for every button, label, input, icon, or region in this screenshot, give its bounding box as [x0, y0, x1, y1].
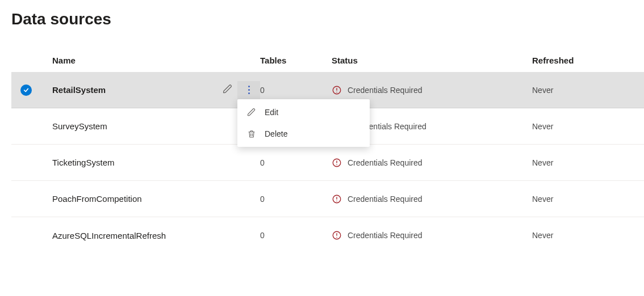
table-row[interactable]: AzureSQLIncrementalRefresh 0 Credentials… — [11, 217, 644, 253]
row-status: Credentials Required — [348, 194, 423, 204]
row-context-menu: Edit Delete — [237, 99, 370, 147]
row-name: PoachFromCompetition — [52, 194, 142, 204]
row-name: TicketingSystem — [52, 158, 114, 167]
svg-point-8 — [336, 200, 337, 201]
warning-icon — [332, 194, 342, 204]
edit-row-button[interactable] — [219, 81, 237, 99]
data-sources-table: Name Tables Status Refreshed RetailSyste… — [11, 50, 644, 253]
row-tables: 0 — [260, 231, 265, 240]
column-header-status[interactable]: Status — [332, 56, 532, 65]
svg-point-5 — [336, 164, 337, 165]
svg-point-11 — [336, 237, 337, 238]
table-header-row: Name Tables Status Refreshed — [11, 50, 644, 72]
trash-icon — [246, 129, 257, 139]
row-refreshed: Never — [532, 194, 553, 204]
row-refreshed: Never — [532, 122, 553, 131]
table-row[interactable]: PoachFromCompetition 0 Credentials Requi… — [11, 181, 644, 217]
table-row[interactable]: TicketingSystem 0 Credentials Required N… — [11, 145, 644, 181]
row-status: Credentials Required — [348, 231, 423, 240]
column-header-refreshed[interactable]: Refreshed — [532, 56, 644, 65]
context-menu-edit[interactable]: Edit — [237, 102, 370, 123]
vertical-dots-icon — [248, 86, 250, 94]
table-row[interactable]: RetailSystem Edit — [11, 72, 644, 108]
row-selected-check-icon[interactable] — [20, 84, 32, 96]
row-refreshed: Never — [532, 231, 553, 240]
row-status: Credentials Required — [348, 86, 423, 95]
pencil-icon — [246, 107, 257, 117]
page-title: Data sources — [11, 10, 644, 28]
warning-icon — [332, 85, 342, 95]
column-header-tables[interactable]: Tables — [260, 56, 332, 65]
row-name: AzureSQLIncrementalRefresh — [52, 231, 166, 240]
row-refreshed: Never — [532, 86, 553, 95]
row-tables: 0 — [260, 194, 265, 204]
row-name: SurveySystem — [52, 121, 107, 131]
row-tables: 0 — [260, 86, 265, 95]
row-status: edentials Required — [360, 122, 426, 131]
row-refreshed: Never — [532, 158, 553, 167]
context-menu-delete[interactable]: Delete — [237, 123, 370, 145]
row-name: RetailSystem — [52, 85, 106, 95]
column-header-name[interactable]: Name — [52, 56, 218, 65]
row-status: Credentials Required — [348, 158, 423, 167]
context-menu-delete-label: Delete — [265, 129, 287, 138]
row-tables: 0 — [260, 158, 265, 167]
warning-icon — [332, 158, 342, 168]
warning-icon — [332, 230, 342, 240]
pencil-icon — [223, 84, 233, 96]
more-actions-button[interactable] — [240, 81, 258, 99]
context-menu-edit-label: Edit — [265, 108, 278, 117]
svg-point-2 — [336, 91, 337, 92]
